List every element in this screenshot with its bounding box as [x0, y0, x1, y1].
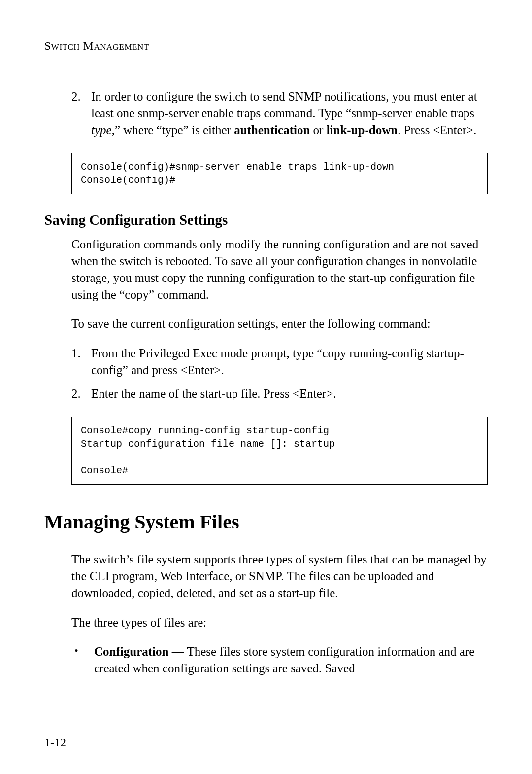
text-span: —: [168, 645, 187, 658]
section-managing: The switch’s file system supports three …: [71, 551, 488, 677]
list-item: 2. Enter the name of the start-up file. …: [71, 386, 488, 402]
list-text: From the Privileged Exec mode prompt, ty…: [91, 345, 488, 379]
text-italic: type: [91, 123, 112, 137]
numbered-list-2: 1. From the Privileged Exec mode prompt,…: [71, 345, 488, 402]
page-number: 1-12: [44, 736, 66, 749]
heading-saving-config: Saving Configuration Settings: [44, 212, 488, 228]
numbered-list-1: 2. In order to configure the switch to s…: [71, 88, 488, 138]
list-number: 2.: [71, 88, 91, 138]
code-block-2: Console#copy running-config startup-conf…: [71, 417, 488, 485]
bullet-icon: •: [71, 643, 94, 677]
section-saving: Configuration commands only modify the r…: [71, 236, 488, 402]
list-text: In order to configure the switch to send…: [91, 88, 488, 138]
text-span: or: [310, 123, 326, 137]
list-item: • Configuration — These files store syst…: [71, 643, 488, 677]
list-text: Configuration — These files store system…: [94, 643, 488, 677]
code-block-1: Console(config)#snmp-server enable traps…: [71, 153, 488, 194]
text-bold: Configuration: [94, 645, 168, 658]
running-head: Switch Management: [44, 39, 488, 53]
list-number: 1.: [71, 345, 91, 379]
list-text: Enter the name of the start-up file. Pre…: [91, 386, 488, 402]
text-bold: link-up-down: [327, 123, 398, 137]
paragraph: Configuration commands only modify the r…: [71, 236, 488, 303]
paragraph: To save the current configuration settin…: [71, 316, 488, 332]
list-item: 1. From the Privileged Exec mode prompt,…: [71, 345, 488, 379]
text-span: ,” where “type” is either: [112, 123, 234, 137]
heading-managing-files: Managing System Files: [44, 510, 488, 533]
text-span: . Press <Enter>.: [398, 123, 476, 137]
page: Switch Management 2. In order to configu…: [0, 0, 532, 774]
text-bold: authentication: [234, 123, 310, 137]
list-item: 2. In order to configure the switch to s…: [71, 88, 488, 138]
paragraph: The three types of files are:: [71, 614, 488, 631]
text-span: In order to configure the switch to send…: [91, 90, 477, 120]
list-number: 2.: [71, 386, 91, 402]
bullet-list: • Configuration — These files store syst…: [71, 643, 488, 677]
paragraph: The switch’s file system supports three …: [71, 551, 488, 601]
